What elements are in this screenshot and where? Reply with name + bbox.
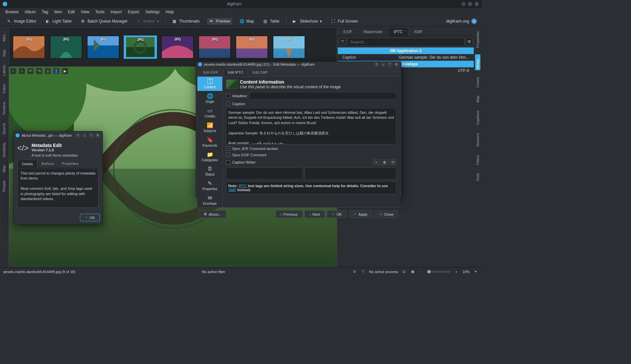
- nav-status[interactable]: 🗓Status: [197, 164, 222, 178]
- xmp-link[interactable]: XMP: [228, 188, 236, 192]
- tab-xmp[interactable]: XMP: [408, 27, 428, 36]
- nav-properties[interactable]: ✎Properties: [197, 178, 222, 193]
- thumbnails-button[interactable]: ▦Thumbnails: [170, 18, 202, 25]
- sidebar-similarity[interactable]: Similarity: [1, 141, 7, 159]
- help-button[interactable]: ?: [75, 133, 81, 138]
- zoom-slider[interactable]: [427, 271, 451, 273]
- ok-button[interactable]: ✓OK: [80, 214, 100, 221]
- tab-edit-xmp[interactable]: Edit XMP: [248, 68, 272, 76]
- sidebar-albums[interactable]: Albu...: [1, 30, 7, 43]
- sidebar-map[interactable]: Map: [1, 164, 7, 174]
- tab-edit-exif[interactable]: Edit EXIF: [199, 68, 223, 76]
- thumbnail[interactable]: JPG: [12, 36, 45, 59]
- brand-link[interactable]: digiKam.org: [446, 18, 477, 24]
- menu-tools[interactable]: Tools: [95, 10, 105, 14]
- previous-button[interactable]: ‹Previous: [276, 210, 303, 218]
- import-button[interactable]: ⇩Import▾: [134, 18, 162, 25]
- thumbnail-bar[interactable]: JPG JPG JPG JPG JPG JPG JPG JPG: [9, 28, 337, 67]
- sidebar-filters[interactable]: Filters: [475, 154, 480, 166]
- thumbnail[interactable]: JPG: [49, 36, 83, 59]
- tab-exif[interactable]: EXIF: [338, 27, 358, 36]
- menu-item[interactable]: Item: [54, 10, 62, 14]
- sidebar-properties[interactable]: Properties: [475, 30, 480, 49]
- collapse-button[interactable]: ⌄: [82, 133, 87, 138]
- sidebar-dates[interactable]: Dates: [1, 83, 7, 95]
- expand-button[interactable]: ⌃: [387, 62, 392, 67]
- thumbnail[interactable]: JPG: [161, 36, 194, 59]
- sidebar-tools[interactable]: Tools: [475, 172, 480, 183]
- zoom-fit-icon[interactable]: ⊡: [401, 269, 407, 274]
- menu-view[interactable]: View: [81, 10, 89, 14]
- add-button[interactable]: +: [373, 159, 380, 166]
- thumbnail[interactable]: JPG: [272, 36, 306, 59]
- cancel-icon[interactable]: ⊘: [352, 269, 357, 274]
- thumbnail[interactable]: JPG: [235, 36, 268, 59]
- maximize-button[interactable]: ▢: [468, 2, 472, 6]
- bqm-button[interactable]: ⚙Batch Queue Manager: [78, 18, 130, 25]
- funnel-icon[interactable]: ▽: [361, 269, 366, 274]
- sync-exif-checkbox[interactable]: [226, 153, 230, 157]
- preview-button[interactable]: 👁Preview: [206, 17, 233, 25]
- caption-writer-checkbox[interactable]: [226, 160, 230, 165]
- thumbnail-selected[interactable]: JPG: [124, 36, 157, 59]
- sidebar-people[interactable]: People: [1, 179, 7, 193]
- caption-checkbox[interactable]: [226, 102, 230, 106]
- nav-categories[interactable]: 📁Categories: [197, 149, 222, 164]
- close-button[interactable]: ✕: [394, 62, 399, 67]
- image-editor-button[interactable]: ✎Image Editor: [5, 18, 39, 25]
- tab-edit-iptc[interactable]: Edit IPTC: [223, 68, 247, 76]
- filter-button[interactable]: ▽: [339, 38, 346, 45]
- minimize-button[interactable]: —: [461, 2, 466, 6]
- tab-makernote[interactable]: Makernote: [358, 27, 388, 36]
- close-button[interactable]: ✕: [474, 2, 479, 6]
- zoom-in-icon[interactable]: +: [454, 269, 459, 274]
- about-button[interactable]: ⚙About...: [199, 210, 226, 218]
- delete-button[interactable]: 🗑: [381, 159, 388, 166]
- menu-export[interactable]: Export: [128, 10, 139, 14]
- sidebar-colors[interactable]: Colors: [475, 76, 480, 89]
- collapse-button[interactable]: ⌄: [381, 62, 386, 67]
- thumbnail[interactable]: JPG: [198, 36, 231, 59]
- menu-album[interactable]: Album: [25, 10, 36, 14]
- menu-import[interactable]: Import: [110, 10, 122, 14]
- ok-button[interactable]: ✓OK: [327, 210, 347, 218]
- person-button[interactable]: 👤: [53, 68, 59, 74]
- metadata-row[interactable]: CaptionGerman sample: Der du von dem Him…: [338, 54, 474, 61]
- prev-image-button[interactable]: ‹: [10, 68, 16, 74]
- sidebar-labels[interactable]: Labels: [1, 64, 7, 77]
- help-button[interactable]: ?: [374, 62, 379, 67]
- sidebar-captions[interactable]: Captions: [475, 109, 480, 126]
- menu-browse[interactable]: Browse: [5, 10, 19, 14]
- rotate-left-button[interactable]: ↶: [28, 68, 34, 74]
- menu-help[interactable]: Help: [166, 10, 174, 14]
- sidebar-map-r[interactable]: Map: [475, 94, 480, 104]
- nav-credits[interactable]: ▭Credits: [197, 106, 222, 120]
- zoom-out-icon[interactable]: −: [419, 269, 424, 274]
- metadata-search-input[interactable]: [347, 38, 464, 46]
- table-button[interactable]: ▤Table: [261, 18, 282, 25]
- sidebar-versions[interactable]: Versions: [475, 132, 480, 148]
- sidebar-metadata[interactable]: Metad...: [475, 54, 480, 70]
- rotate-right-button[interactable]: ↷: [36, 68, 42, 74]
- menu-settings[interactable]: Settings: [145, 10, 160, 14]
- sidebar-timeline[interactable]: Timeline: [1, 100, 7, 116]
- expand-button[interactable]: ⌃: [89, 133, 94, 138]
- close-button[interactable]: ✕: [95, 133, 101, 138]
- iptc-link[interactable]: IPTC: [239, 184, 247, 188]
- sidebar-tags[interactable]: Tags: [1, 48, 7, 58]
- apply-button[interactable]: ✓Apply: [349, 210, 373, 218]
- nav-keywords[interactable]: 🔖Keywords: [197, 135, 222, 149]
- thumbnail[interactable]: JPG: [87, 36, 120, 59]
- headline-checkbox[interactable]: [226, 94, 230, 98]
- zoom-100-icon[interactable]: ▣: [410, 269, 415, 274]
- menu-edit[interactable]: Edit: [68, 10, 75, 14]
- nav-envelope[interactable]: ✉Envelope: [197, 193, 222, 207]
- settings-button[interactable]: ⧉: [466, 38, 472, 45]
- fullscreen-button[interactable]: ⛶Full Screen: [328, 18, 361, 25]
- caption-writer-list[interactable]: [305, 168, 396, 180]
- chevron-down-icon[interactable]: ▾: [473, 269, 478, 274]
- light-table-button[interactable]: ◐Light Table: [43, 18, 74, 25]
- next-image-button[interactable]: ›: [19, 68, 25, 74]
- tab-properties[interactable]: Properties: [58, 160, 83, 168]
- map-button[interactable]: 🌐Map: [237, 18, 256, 25]
